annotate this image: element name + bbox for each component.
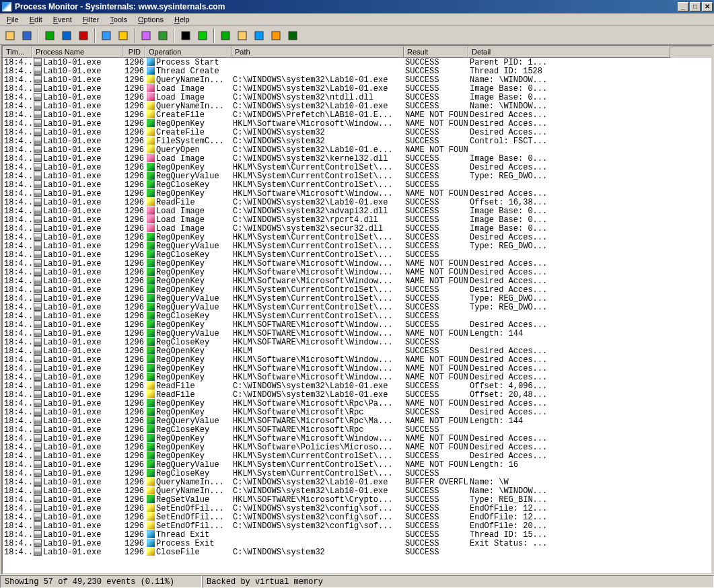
cell-time: 18:4... xyxy=(3,233,32,242)
table-row[interactable]: 18:4...Lab10-01.exe1296Load ImageC:\WIND… xyxy=(3,84,711,93)
table-row[interactable]: 18:4...Lab10-01.exe1296Process ExitSUCCE… xyxy=(3,539,711,548)
table-row[interactable]: 18:4...Lab10-01.exe1296RegOpenKeyHKLM\Sy… xyxy=(3,451,711,460)
table-row[interactable]: 18:4...Lab10-01.exe1296RegOpenKeyHKLM\So… xyxy=(3,434,711,443)
table-row[interactable]: 18:4...Lab10-01.exe1296RegCloseKeyHKLM\S… xyxy=(3,180,711,189)
cell-operation: Load Image xyxy=(145,224,231,233)
table-row[interactable]: 18:4...Lab10-01.exe1296RegOpenKeyHKLM\So… xyxy=(3,399,711,408)
table-row[interactable]: 18:4...Lab10-01.exe1296RegOpenKeyHKLM\So… xyxy=(3,364,711,373)
menu-event[interactable]: Event xyxy=(48,14,77,25)
table-row[interactable]: 18:4...Lab10-01.exe1296QueryNameIn...C:\… xyxy=(3,486,711,495)
clear-icon[interactable] xyxy=(76,28,91,43)
show-network-icon[interactable] xyxy=(252,28,266,43)
table-row[interactable]: 18:4...Lab10-01.exe1296RegQueryValueHKLM… xyxy=(3,329,711,338)
menu-filter[interactable]: Filter xyxy=(77,14,104,25)
table-row[interactable]: 18:4...Lab10-01.exe1296RegQueryValueHKLM… xyxy=(3,242,711,250)
show-profiling-icon[interactable] xyxy=(285,28,300,43)
table-row[interactable]: 18:4...Lab10-01.exe1296RegOpenKeyHKLM\So… xyxy=(3,189,711,198)
table-row[interactable]: 18:4...Lab10-01.exe1296RegSetValueHKLM\S… xyxy=(3,495,711,504)
table-row[interactable]: 18:4...Lab10-01.exe1296Process StartSUCC… xyxy=(3,58,711,67)
table-row[interactable]: 18:4...Lab10-01.exe1296RegOpenKeyHKLM\So… xyxy=(3,119,711,128)
table-row[interactable]: 18:4...Lab10-01.exe1296RegOpenKeyHKLM\Sy… xyxy=(3,233,711,242)
jump-icon[interactable] xyxy=(195,28,210,43)
table-row[interactable]: 18:4...Lab10-01.exe1296RegQueryValueHKLM… xyxy=(3,416,711,425)
table-row[interactable]: 18:4...Lab10-01.exe1296SetEndOfFil...C:\… xyxy=(3,513,711,521)
autoscroll-icon[interactable] xyxy=(59,28,74,43)
menu-options[interactable]: Options xyxy=(133,14,169,25)
table-row[interactable]: 18:4...Lab10-01.exe1296RegCloseKeyHKLM\S… xyxy=(3,338,711,346)
column-header-tim[interactable]: Tim... xyxy=(3,46,32,58)
show-file-icon[interactable] xyxy=(235,28,250,43)
table-row[interactable]: 18:4...Lab10-01.exe1296RegOpenKeyHKLM\So… xyxy=(3,443,711,451)
menu-tools[interactable]: Tools xyxy=(104,14,133,25)
show-process-icon[interactable] xyxy=(269,28,283,43)
table-row[interactable]: 18:4...Lab10-01.exe1296Load ImageC:\WIND… xyxy=(3,215,711,224)
table-row[interactable]: 18:4...Lab10-01.exe1296Load ImageC:\WIND… xyxy=(3,224,711,233)
table-row[interactable]: 18:4...Lab10-01.exe1296RegOpenKeyHKLM\So… xyxy=(3,373,711,381)
close-button[interactable]: ✕ xyxy=(702,2,713,11)
save-icon[interactable] xyxy=(20,28,34,43)
table-row[interactable]: 18:4...Lab10-01.exe1296RegCloseKeyHKLM\S… xyxy=(3,250,711,259)
column-header-result[interactable]: Result xyxy=(404,46,468,58)
column-header-detail[interactable]: Detail xyxy=(468,46,670,58)
menu-edit[interactable]: Edit xyxy=(24,14,48,25)
table-row[interactable]: 18:4...Lab10-01.exe1296SetEndOfFil...C:\… xyxy=(3,521,711,530)
column-header-pid[interactable]: PID xyxy=(122,46,145,58)
column-header-processname[interactable]: Process Name xyxy=(32,46,122,58)
minimize-button[interactable]: _ xyxy=(678,2,688,11)
show-registry-icon[interactable] xyxy=(218,28,233,43)
table-row[interactable]: 18:4...Lab10-01.exe1296ReadFileC:\WINDOW… xyxy=(3,381,711,390)
table-row[interactable]: 18:4...Lab10-01.exe1296QueryNameIn...C:\… xyxy=(3,478,711,486)
column-header-operation[interactable]: Operation xyxy=(145,46,231,58)
table-row[interactable]: 18:4...Lab10-01.exe1296SetEndOfFil...C:\… xyxy=(3,504,711,513)
table-row[interactable]: 18:4...Lab10-01.exe1296RegOpenKeyHKLM\Sy… xyxy=(3,285,711,294)
cell-process: Lab10-01.exe xyxy=(32,408,122,416)
table-row[interactable]: 18:4...Lab10-01.exe1296CloseFileC:\WINDO… xyxy=(3,548,711,556)
table-row[interactable]: 18:4...Lab10-01.exe1296Load ImageC:\WIND… xyxy=(3,93,711,102)
table-row[interactable]: 18:4...Lab10-01.exe1296CreateFileC:\WIND… xyxy=(3,110,711,119)
process-icon xyxy=(34,399,42,407)
table-row[interactable]: 18:4...Lab10-01.exe1296RegOpenKeyHKLM\So… xyxy=(3,268,711,277)
find-icon[interactable] xyxy=(178,28,193,43)
table-row[interactable]: 18:4...Lab10-01.exe1296RegOpenKeyHKLM\So… xyxy=(3,408,711,416)
table-row[interactable]: 18:4...Lab10-01.exe1296RegOpenKeyHKLM\SO… xyxy=(3,320,711,329)
table-row[interactable]: 18:4...Lab10-01.exe1296RegCloseKeyHKLM\S… xyxy=(3,425,711,434)
operation-icon xyxy=(147,311,155,320)
column-header-path[interactable]: Path xyxy=(231,46,404,58)
table-row[interactable]: 18:4...Lab10-01.exe1296RegOpenKeyHKLM\So… xyxy=(3,259,711,268)
capture-icon[interactable] xyxy=(42,28,57,43)
process-icon xyxy=(34,285,42,293)
table-row[interactable]: 18:4...Lab10-01.exe1296RegQueryValueHKLM… xyxy=(3,303,711,311)
menu-file[interactable]: File xyxy=(1,14,24,25)
table-row[interactable]: 18:4...Lab10-01.exe1296Load ImageC:\WIND… xyxy=(3,207,711,215)
table-row[interactable]: 18:4...Lab10-01.exe1296QueryNameIn...C:\… xyxy=(3,75,711,84)
table-row[interactable]: 18:4...Lab10-01.exe1296RegOpenKeyHKLM\So… xyxy=(3,355,711,364)
table-row[interactable]: 18:4...Lab10-01.exe1296RegOpenKeyHKLMSUC… xyxy=(3,346,711,355)
table-row[interactable]: 18:4...Lab10-01.exe1296QueryNameIn...C:\… xyxy=(3,102,711,110)
cell-result: NAME NOT FOUND xyxy=(404,145,468,154)
table-row[interactable]: 18:4...Lab10-01.exe1296Thread CreateSUCC… xyxy=(3,67,711,75)
table-row[interactable]: 18:4...Lab10-01.exe1296Thread ExitSUCCES… xyxy=(3,530,711,539)
open-icon[interactable] xyxy=(3,28,17,43)
event-listview[interactable]: Tim...Process NamePIDOperationPathResult… xyxy=(1,45,713,575)
include-process-icon[interactable] xyxy=(139,28,153,43)
table-row[interactable]: 18:4...Lab10-01.exe1296RegQueryValueHKLM… xyxy=(3,294,711,303)
table-row[interactable]: 18:4...Lab10-01.exe1296RegCloseKeyHKLM\S… xyxy=(3,311,711,320)
table-row[interactable]: 18:4...Lab10-01.exe1296RegOpenKeyHKLM\Sy… xyxy=(3,163,711,172)
maximize-button[interactable]: □ xyxy=(690,2,701,11)
table-row[interactable]: 18:4...Lab10-01.exe1296CreateFileC:\WIND… xyxy=(3,128,711,137)
table-row[interactable]: 18:4...Lab10-01.exe1296RegQueryValueHKLM… xyxy=(3,460,711,469)
highlight-icon[interactable] xyxy=(116,28,131,43)
table-row[interactable]: 18:4...Lab10-01.exe1296QueryOpenC:\WINDO… xyxy=(3,145,711,154)
process-tree-icon[interactable] xyxy=(155,28,170,43)
table-row[interactable]: 18:4...Lab10-01.exe1296Load ImageC:\WIND… xyxy=(3,154,711,163)
process-icon xyxy=(34,303,42,311)
table-row[interactable]: 18:4...Lab10-01.exe1296RegCloseKeyHKLM\S… xyxy=(3,469,711,478)
table-row[interactable]: 18:4...Lab10-01.exe1296RegOpenKeyHKLM\So… xyxy=(3,277,711,285)
table-row[interactable]: 18:4...Lab10-01.exe1296RegQueryValueHKLM… xyxy=(3,172,711,180)
filter-icon[interactable] xyxy=(99,28,114,43)
menu-help[interactable]: Help xyxy=(169,14,195,25)
operation-icon xyxy=(147,215,155,223)
table-row[interactable]: 18:4...Lab10-01.exe1296ReadFileC:\WINDOW… xyxy=(3,390,711,399)
table-row[interactable]: 18:4...Lab10-01.exe1296FileSystemC...C:\… xyxy=(3,137,711,145)
table-row[interactable]: 18:4...Lab10-01.exe1296ReadFileC:\WINDOW… xyxy=(3,198,711,207)
